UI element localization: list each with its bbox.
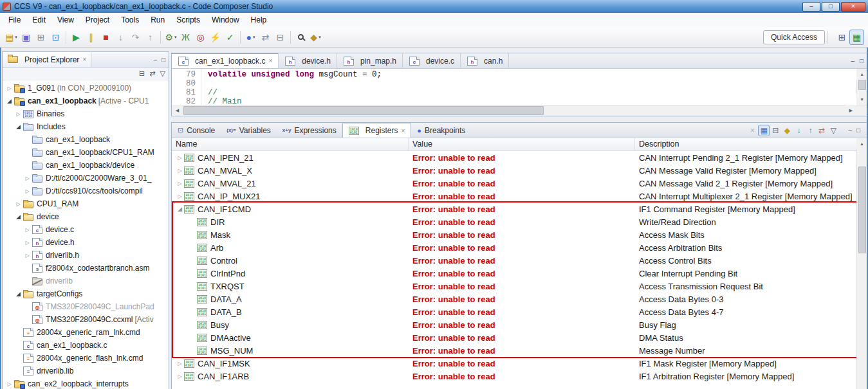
- register-row-can-if1cmd[interactable]: ◢10100101CAN_IF1CMDError: unable to read…: [172, 203, 867, 215]
- export-registers-button[interactable]: ↑: [804, 125, 816, 136]
- menu-window[interactable]: Window: [206, 14, 245, 26]
- row-expander-icon[interactable]: ◢: [176, 206, 184, 212]
- row-expander-icon[interactable]: ▷: [176, 155, 184, 161]
- tree-expander-icon[interactable]: ◢: [14, 123, 23, 130]
- scroll-right-icon[interactable]: ▶: [845, 105, 856, 116]
- step-into-button[interactable]: ↓: [113, 30, 128, 45]
- menu-edit[interactable]: Edit: [26, 14, 51, 26]
- menu-project[interactable]: Project: [80, 14, 115, 26]
- tree-item-can-ex1-loopback-c[interactable]: ccan_ex1_loopback.c: [3, 339, 169, 352]
- tree-item-d-ti-c2000-c2000ware-3-01[interactable]: ▷D:/ti/c2000/C2000Ware_3_01_: [3, 172, 169, 185]
- register-row-dmaactive[interactable]: 10100101DMAactiveError: unable to readDM…: [172, 331, 867, 344]
- new-button[interactable]: ▤: [4, 30, 19, 45]
- tree-item-tms320f280049c-launchpad[interactable]: ◎TMS320F280049C_LaunchPad: [3, 300, 169, 313]
- verify-button[interactable]: ✓: [223, 30, 237, 45]
- menu-help[interactable]: Help: [245, 14, 273, 26]
- tree-item-binaries[interactable]: ▷01011010Binaries: [3, 107, 169, 120]
- editor-tab-can-h[interactable]: hcan.h: [461, 53, 509, 68]
- menu-file[interactable]: File: [3, 14, 26, 26]
- register-row-can-mval-21[interactable]: ▷10100101CAN_MVAL_21Error: unable to rea…: [172, 177, 867, 190]
- tree-item-can-ex1-loopback-cpu1-ram[interactable]: can_ex1_loopback/CPU1_RAM: [3, 146, 169, 159]
- tree-item-device[interactable]: ◢device: [3, 210, 169, 223]
- tab-breakpoints[interactable]: ●Breakpoints: [411, 123, 471, 138]
- tree-expander-icon[interactable]: ▷: [23, 188, 32, 194]
- register-row-can-if1msk[interactable]: ▷10100101CAN_IF1MSKError: unable to read…: [172, 357, 867, 370]
- column-header-value[interactable]: Value: [409, 138, 635, 150]
- scroll-up-icon[interactable]: ▲: [856, 69, 867, 80]
- refresh-button[interactable]: ⇄: [816, 125, 827, 136]
- editor-tab-pin-map-h[interactable]: hpin_map.h: [337, 53, 403, 68]
- menu-scripts[interactable]: Scripts: [171, 14, 206, 26]
- pin-view-button[interactable]: ◆: [781, 125, 793, 136]
- view-menu-icon[interactable]: ▽: [160, 69, 165, 78]
- scroll-up-icon[interactable]: ▲: [856, 138, 867, 149]
- register-row-arb[interactable]: 10100101ArbError: unable to readAccess A…: [172, 241, 867, 254]
- tree-expander-icon[interactable]: ◢: [14, 291, 23, 297]
- maximize-panel-button[interactable]: □: [162, 56, 165, 63]
- tree-item-targetconfigs[interactable]: ◢targetConfigs: [3, 287, 169, 300]
- row-expander-icon[interactable]: ▷: [176, 168, 184, 174]
- tab-expressions[interactable]: x+yExpressions: [277, 123, 342, 138]
- row-expander-icon[interactable]: ▷: [176, 194, 184, 199]
- maximize-editor-button[interactable]: □: [860, 57, 863, 64]
- tab-variables[interactable]: (x)=Variables: [221, 123, 277, 138]
- tree-item-can-ex1-loopback-device[interactable]: can_ex1_loopback/device: [3, 159, 169, 172]
- suspend-button[interactable]: ∥: [84, 30, 98, 45]
- maximize-registers-button[interactable]: □: [856, 127, 860, 134]
- register-row-control[interactable]: 10100101ControlError: unable to readAcce…: [172, 254, 867, 267]
- register-row-can-if1arb[interactable]: ▷10100101CAN_IF1ARBError: unable to read…: [172, 370, 867, 383]
- show-console-button[interactable]: ⊡: [48, 30, 63, 45]
- register-row-dir[interactable]: 10100101DIRError: unable to readWrite/Re…: [172, 215, 867, 228]
- reset-views-button[interactable]: ⊟: [273, 30, 288, 45]
- tree-item-f28004x-codestartbranch-asm[interactable]: sf28004x_codestartbranch.asm: [3, 262, 169, 275]
- close-button[interactable]: ×: [841, 2, 865, 12]
- row-expander-icon[interactable]: ▷: [176, 361, 184, 366]
- open-perspective-button[interactable]: ⊞: [835, 30, 849, 45]
- editor-vertical-scrollbar[interactable]: ▲ ▼: [856, 69, 867, 105]
- flash-button[interactable]: ⚡: [208, 30, 223, 45]
- register-row-can-mval-x[interactable]: ▷10100101CAN_MVAL_XError: unable to read…: [172, 164, 867, 177]
- editor-tab-device-c[interactable]: cdevice.c: [403, 53, 461, 68]
- register-row-msg-num[interactable]: 10100101MSG_NUMError: unable to readMess…: [172, 344, 867, 357]
- tree-expander-icon[interactable]: ▷: [23, 253, 32, 258]
- minimize-panel-button[interactable]: –: [153, 56, 157, 63]
- scroll-thumb[interactable]: [858, 167, 866, 253]
- scroll-thumb[interactable]: [858, 80, 866, 90]
- tree-item-1-g091[interactable]: ▷1_G091(in CON_P20009100): [3, 82, 169, 95]
- tree-item-28004x-generic-ram-lnk-cmd[interactable]: ≡28004x_generic_ram_lnk.cmd: [3, 326, 169, 339]
- editor-body[interactable]: 79808182 volatile unsigned long msgCount…: [172, 69, 867, 105]
- tree-expander-icon[interactable]: ▷: [5, 381, 14, 387]
- registers-vertical-scrollbar[interactable]: ▲: [856, 138, 867, 389]
- editor-tab-device-h[interactable]: hdevice.h: [279, 53, 337, 68]
- tree-item-device-h[interactable]: ▷hdevice.h: [3, 236, 169, 249]
- tree-item-can-ex1-loopback[interactable]: ◢can_ex1_loopback[Active - CPU1: [3, 95, 169, 107]
- sync-button[interactable]: ⇄: [258, 30, 273, 45]
- tree-item-driverlib-h[interactable]: ▷hdriverlib.h: [3, 249, 169, 262]
- resume-button[interactable]: ▶: [69, 30, 84, 45]
- show-as-table-button[interactable]: ▦: [758, 125, 770, 136]
- tree-item-includes[interactable]: ◢Includes: [3, 120, 169, 133]
- row-expander-icon[interactable]: ▷: [176, 374, 184, 379]
- import-registers-button[interactable]: ↓: [793, 125, 804, 136]
- tree-expander-icon[interactable]: ◢: [5, 98, 14, 104]
- column-header-description[interactable]: Description: [635, 138, 867, 150]
- menu-tools[interactable]: Tools: [115, 14, 145, 26]
- tree-item-driverlib[interactable]: driverlib: [3, 275, 169, 287]
- register-row-clrintpnd[interactable]: 10100101ClrIntPndError: unable to readCl…: [172, 267, 867, 280]
- tree-item-d-ti-ccs910-ccs-tools-compil[interactable]: ▷D:/ti/ccs910/ccs/tools/compil: [3, 185, 169, 197]
- tree-expander-icon[interactable]: ▷: [14, 111, 23, 117]
- minimize-registers-button[interactable]: –: [848, 127, 852, 134]
- menu-view[interactable]: View: [51, 14, 80, 26]
- menu-run[interactable]: Run: [145, 14, 171, 26]
- scroll-thumb[interactable]: [183, 106, 544, 115]
- tab-console[interactable]: ⊡Console: [172, 123, 221, 138]
- tree-expander-icon[interactable]: ▷: [5, 86, 14, 91]
- save-button[interactable]: ▣: [19, 30, 33, 45]
- minimize-button[interactable]: –: [802, 2, 820, 12]
- terminate-button[interactable]: ■: [98, 30, 113, 45]
- tab-project-explorer[interactable]: Project Explorer ×: [3, 52, 91, 67]
- collapse-all-icon[interactable]: ⊟: [139, 69, 145, 78]
- register-row-can-ipen-21[interactable]: ▷10100101CAN_IPEN_21Error: unable to rea…: [172, 151, 867, 164]
- tree-item-driverlib-lib[interactable]: ≡driverlib.lib: [3, 365, 169, 377]
- quick-access-button[interactable]: Quick Access: [763, 30, 825, 44]
